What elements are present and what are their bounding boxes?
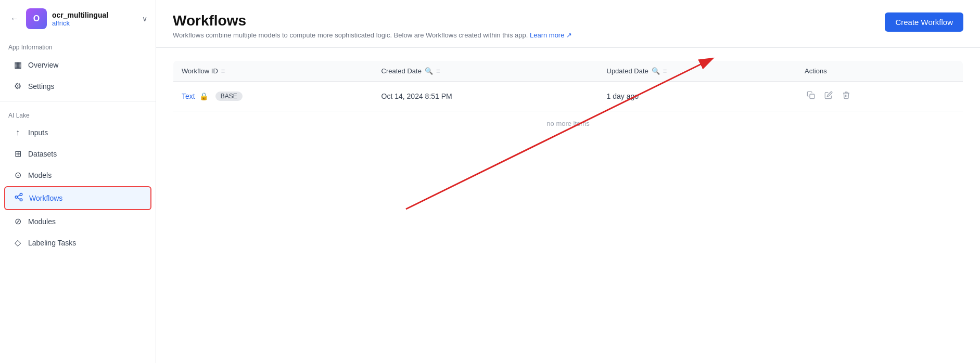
create-workflow-button[interactable]: Create Workflow	[885, 12, 963, 32]
workflow-id-cell: Text 🔒 BASE	[173, 82, 373, 111]
sidebar-item-inputs[interactable]: ↑ Inputs	[4, 123, 151, 142]
col-header-actions: Actions	[796, 61, 963, 82]
page-title: Workflows	[173, 12, 572, 29]
header-left: Workflows Workflows combine multiple mod…	[173, 12, 572, 39]
svg-line-4	[17, 195, 20, 197]
filter-icon[interactable]: ≡	[436, 67, 440, 75]
settings-icon: ⚙	[12, 81, 23, 91]
learn-more-link[interactable]: Learn more ↗	[530, 31, 572, 39]
sidebar-item-label: Modules	[28, 217, 56, 226]
workflows-icon	[14, 192, 24, 204]
sidebar-item-label: Labeling Tasks	[28, 239, 76, 247]
inputs-icon: ↑	[12, 128, 23, 137]
col-header-workflow-id: Workflow ID ≡	[173, 61, 373, 82]
delete-button[interactable]	[840, 89, 852, 103]
sidebar-item-label: Models	[28, 171, 52, 179]
sidebar: ← O ocr_multilingual alfrick ∨ App Infor…	[0, 0, 156, 363]
table-row: Text 🔒 BASE Oct 14, 2024 8:51 PM 1 day a…	[173, 82, 963, 111]
table-container: Workflow ID ≡ Created Date 🔍 ≡ Up	[156, 48, 980, 363]
app-info: ocr_multilingual alfrick	[52, 11, 137, 27]
divider	[0, 101, 156, 101]
no-more-items-text: no more items	[173, 111, 963, 136]
updated-date-cell: 1 day ago	[599, 82, 797, 111]
duplicate-button[interactable]	[805, 89, 817, 103]
models-icon: ⊙	[12, 170, 23, 180]
sidebar-item-settings[interactable]: ⚙ Settings	[4, 76, 151, 96]
svg-rect-7	[810, 94, 814, 99]
svg-line-3	[17, 198, 20, 199]
page-description: Workflows combine multiple models to com…	[173, 31, 572, 39]
workflows-table: Workflow ID ≡ Created Date 🔍 ≡ Up	[173, 60, 963, 136]
modules-icon: ⊘	[12, 216, 23, 226]
workflow-id-link[interactable]: Text	[182, 92, 195, 100]
sidebar-item-label: Inputs	[28, 128, 48, 137]
col-header-updated-date: Updated Date 🔍 ≡	[599, 61, 797, 82]
main-header: Workflows Workflows combine multiple mod…	[156, 0, 980, 48]
sidebar-item-datasets[interactable]: ⊞ Datasets	[4, 144, 151, 164]
search-icon-2[interactable]: 🔍	[652, 67, 660, 75]
filter-icon[interactable]: ≡	[221, 67, 225, 75]
sidebar-item-labeling-tasks[interactable]: ◇ Labeling Tasks	[4, 232, 151, 253]
chevron-button[interactable]: ∨	[142, 15, 147, 23]
filter-icon-2[interactable]: ≡	[663, 67, 667, 75]
sidebar-item-models[interactable]: ⊙ Models	[4, 165, 151, 185]
section-label-ai-lake: AI Lake	[0, 106, 156, 122]
app-name: ocr_multilingual	[52, 11, 137, 19]
sidebar-item-workflows[interactable]: Workflows	[4, 186, 151, 210]
base-badge: BASE	[215, 92, 243, 101]
sidebar-item-label: Settings	[28, 82, 55, 90]
sidebar-item-label: Datasets	[28, 150, 57, 158]
sidebar-item-label: Overview	[28, 61, 58, 69]
section-label-app-info: App Information	[0, 37, 156, 54]
sidebar-item-modules[interactable]: ⊘ Modules	[4, 211, 151, 231]
lock-icon: 🔒	[199, 92, 208, 100]
datasets-icon: ⊞	[12, 149, 23, 159]
sidebar-item-overview[interactable]: ▦ Overview	[4, 55, 151, 75]
main-content: Workflows Workflows combine multiple mod…	[156, 0, 980, 363]
search-icon[interactable]: 🔍	[425, 67, 433, 75]
back-button[interactable]: ←	[8, 12, 21, 25]
no-more-items-row: no more items	[173, 111, 963, 136]
overview-icon: ▦	[12, 60, 23, 70]
sidebar-item-label: Workflows	[29, 194, 62, 202]
created-date-cell: Oct 14, 2024 8:51 PM	[373, 82, 599, 111]
app-user: alfrick	[52, 19, 137, 27]
edit-button[interactable]	[822, 89, 835, 103]
sidebar-header: ← O ocr_multilingual alfrick ∨	[0, 0, 156, 37]
avatar: O	[26, 8, 47, 29]
labeling-tasks-icon: ◇	[12, 238, 23, 248]
col-header-created-date: Created Date 🔍 ≡	[373, 61, 599, 82]
actions-cell	[796, 82, 963, 111]
